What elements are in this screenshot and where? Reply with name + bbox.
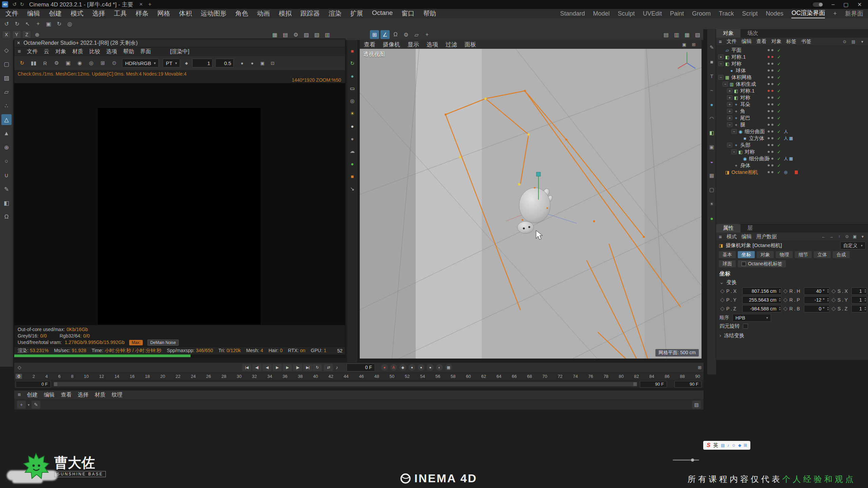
material-menu-item[interactable]: 创建	[27, 391, 38, 399]
object-manager-menu-item[interactable]: 文件	[727, 38, 737, 45]
range-slider[interactable]	[54, 382, 637, 386]
alpha-toggle-icon[interactable]: ●	[248, 59, 257, 67]
total-frames-field[interactable]: 90 F	[674, 381, 702, 388]
octane-menu-item[interactable]: 云	[44, 48, 49, 55]
coordinate-system-icon[interactable]: ⊕	[33, 30, 42, 39]
interactive-render-icon[interactable]: ▨	[302, 30, 311, 39]
menubar-item[interactable]: Octane	[372, 9, 393, 18]
octane-menu-item[interactable]: 文件	[27, 48, 38, 55]
lock-icon[interactable]: ▣	[852, 233, 858, 240]
live-selection-icon[interactable]: ↖	[23, 19, 32, 28]
search-icon[interactable]: ⊙	[844, 233, 850, 240]
range-start-field[interactable]: 0 F	[16, 381, 51, 388]
menubar-item[interactable]: 帮助	[423, 9, 436, 18]
timeline-expand-icon[interactable]: ⊞	[698, 365, 702, 370]
object-tree-row[interactable]: 耳朵 ✓	[716, 101, 868, 108]
spinner[interactable]	[779, 288, 781, 293]
object-tree-row[interactable]: 体积生成 ✓	[716, 81, 868, 87]
mirror-icon[interactable]: ◧	[1, 198, 12, 208]
skin-icon[interactable]: ◆	[738, 443, 741, 448]
axis-lock-button[interactable]: Y	[12, 30, 21, 39]
layout-single-icon[interactable]: ▤	[662, 30, 671, 39]
object-name[interactable]: 对称	[731, 61, 742, 67]
last-tool-icon[interactable]: ◎	[65, 19, 74, 28]
cloner-icon[interactable]: ▣	[708, 142, 715, 152]
object-tree-row[interactable]: 腿 ✓	[716, 121, 868, 128]
render-target-icon[interactable]: ■	[348, 172, 356, 180]
enable-check-icon[interactable]: ✓	[777, 68, 781, 73]
clay-toggle-icon[interactable]: ●	[238, 59, 246, 67]
record-scale-icon[interactable]: ●	[418, 364, 425, 371]
menubar-item[interactable]: 运动图形	[201, 9, 226, 18]
layout-tab[interactable]: Groom	[692, 10, 711, 17]
menubar-item[interactable]: 体积	[179, 9, 192, 18]
viewport-solo-icon[interactable]: ○	[1, 156, 12, 167]
object-tree-row[interactable]: 角 ✓	[716, 108, 868, 115]
titlebar-toggle[interactable]	[813, 2, 823, 7]
object-tree-row[interactable]: 尾巴 ✓	[716, 115, 868, 121]
enable-check-icon[interactable]: ✓	[777, 136, 781, 141]
visibility-dots[interactable]	[768, 63, 773, 65]
object-tree-row[interactable]: 对称.1 ✓	[716, 54, 868, 60]
object-name[interactable]: 细分曲面	[749, 156, 769, 162]
object-tree-row[interactable]: 体积网格 ✓	[716, 74, 868, 81]
rotation-field[interactable]: -12 °	[804, 296, 830, 304]
record-rotation-icon[interactable]: ●	[427, 364, 434, 371]
region-render-icon[interactable]: ⊞	[98, 58, 108, 68]
bend-deformer-icon[interactable]: ◠	[708, 114, 715, 124]
object-name[interactable]: 球体	[736, 67, 746, 74]
make-editable-icon[interactable]: ◇	[1, 45, 12, 56]
render-queue-icon[interactable]: ▥	[323, 30, 332, 39]
viewport-menu-item[interactable]: 摄像机	[383, 41, 400, 48]
texture-mode-icon[interactable]: ▨	[1, 73, 12, 83]
material-menu-item[interactable]: 纹理	[112, 391, 122, 399]
object-tags[interactable]: 人	[784, 129, 788, 135]
menubar-item[interactable]: 模拟	[279, 9, 292, 18]
spinner[interactable]	[827, 297, 829, 302]
cube-primitive-icon[interactable]: ■	[708, 57, 715, 67]
layout-tab[interactable]: UVEdit	[643, 10, 662, 17]
grid-snap-icon[interactable]: ⊞	[370, 30, 379, 39]
undo-icon[interactable]: ↺	[11, 1, 18, 7]
visibility-dots[interactable]	[768, 130, 773, 133]
object-tree-row[interactable]: 对称 ✓	[716, 94, 868, 101]
enable-check-icon[interactable]: ✓	[777, 109, 781, 114]
viewport-menu-item[interactable]: 选项	[427, 41, 438, 48]
object-manager-tab[interactable]: 场次	[741, 29, 765, 38]
position-field[interactable]: -984.588 cm	[742, 305, 782, 312]
object-tags[interactable]: ◎	[784, 170, 787, 175]
scale-field[interactable]: 1	[851, 296, 867, 304]
viewport-name-label[interactable]: 透视视图	[363, 51, 385, 58]
text-object-icon[interactable]: T	[708, 71, 715, 81]
model-mode-icon[interactable]: ▢	[1, 59, 12, 69]
object-tree-row[interactable]: 平面 ✓	[716, 47, 868, 54]
enable-axis-icon[interactable]: ⊕	[1, 142, 12, 153]
visibility-dots[interactable]	[768, 171, 773, 173]
viewport-menu-item[interactable]: 面板	[465, 41, 476, 48]
expander-icon[interactable]	[718, 55, 724, 59]
keyframe-dot[interactable]	[831, 298, 836, 302]
layout-tab[interactable]: Track	[719, 10, 734, 17]
new-document-button[interactable]: +	[148, 1, 152, 8]
attribute-menu-item[interactable]: 编辑	[742, 233, 752, 240]
render-view-icon[interactable]: ▦	[270, 30, 279, 39]
menubar-item[interactable]: 动画	[257, 9, 270, 18]
pause-render-icon[interactable]: ▮▮	[28, 58, 39, 68]
material-pick-icon[interactable]: ⊙	[109, 58, 119, 68]
enable-check-icon[interactable]: ✓	[777, 75, 781, 80]
material-menu-item[interactable]: 选择	[78, 391, 88, 399]
refresh-render-icon[interactable]: ↻	[348, 59, 356, 67]
history-dropdown-icon[interactable]: ▾	[860, 233, 866, 240]
menubar-item[interactable]: 渲染	[329, 9, 341, 18]
snap-settings-icon[interactable]: ⚙	[401, 30, 411, 39]
menubar-item[interactable]: 模式	[71, 9, 83, 18]
attribute-menu-item[interactable]: 模式	[727, 233, 737, 240]
octane-menu-icon[interactable]: ≡	[18, 48, 21, 55]
enable-check-icon[interactable]: ✓	[777, 163, 781, 168]
keyframe-dot[interactable]	[720, 307, 725, 311]
object-tree-row[interactable]: 球体 ✓	[716, 67, 868, 74]
material-menu-icon[interactable]: ≡	[18, 392, 21, 398]
object-name[interactable]: 对称	[745, 149, 755, 155]
octane-material-icon[interactable]: ●	[348, 160, 356, 168]
layout-tab[interactable]: Sculpt	[618, 10, 635, 17]
